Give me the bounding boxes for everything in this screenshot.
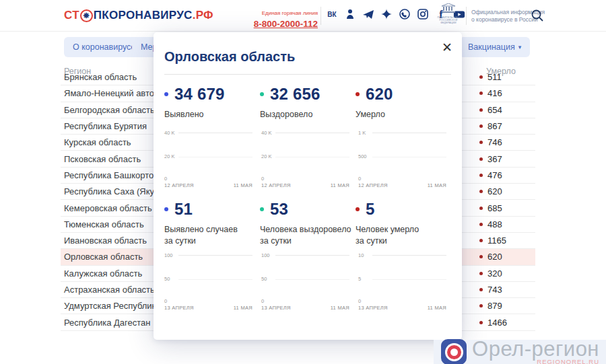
x-axis-start-label: 13 АПРЕЛЯ [261, 305, 291, 311]
chart-recovered-daily: 100 50 0 13 АПРЕЛЯ 11 МАЯ [261, 251, 354, 311]
died-dot-icon [479, 321, 483, 324]
instagram-icon[interactable] [417, 8, 429, 20]
tab-vaccination[interactable]: Вакцинация ▾ [459, 37, 530, 57]
died-dot-icon [479, 174, 483, 177]
died-value: 488 [487, 219, 502, 229]
stat-value: 51 [174, 200, 193, 219]
died-dot-icon [479, 92, 483, 95]
died-value: 476 [487, 170, 502, 180]
stat-dot-icon [356, 207, 360, 211]
dzen-icon[interactable] [380, 8, 393, 20]
died-value: 1165 [487, 235, 506, 246]
gridline [372, 279, 446, 280]
died-cell: 367 [479, 154, 502, 164]
region-detail-modal: ✕ Орловская область 34 679 Выявлено 32 6… [154, 32, 462, 340]
region-name: Республика Бурятия [61, 121, 147, 131]
government-emblem[interactable]: ПРАВИТЕЛЬСТВО РОССИЙСКОЙ ФЕДЕРАЦИИ [436, 3, 461, 24]
site-logo[interactable]: СТ ❋ ПКОРОНАВИРУС .РФ [64, 9, 213, 22]
died-value: 743 [487, 285, 502, 295]
region-name: Удмуртская Республика [61, 301, 161, 311]
stat-label: Выздоровело [260, 109, 356, 120]
bars-container [178, 133, 252, 180]
died-cell: 620 [479, 252, 502, 262]
chart-died-daily: 10 5 0 13 АПРЕЛЯ 11 МАЯ [358, 251, 451, 311]
died-cell: 743 [479, 285, 502, 295]
stat-dot-icon [356, 92, 360, 96]
died-cell: 1165 [479, 235, 506, 246]
stat-value: 32 656 [270, 85, 321, 104]
telegram-icon[interactable] [362, 8, 374, 20]
y-axis-tick: 0 [164, 176, 167, 182]
page: СТ ❋ ПКОРОНАВИРУС .РФ Единая горячая лин… [0, 0, 606, 364]
stats-total-row: 34 679 Выявлено 32 656 Выздоровело 620 У… [164, 85, 451, 120]
stat-block: 51 Выявлено случаевза сутки [164, 200, 260, 247]
search-icon[interactable] [531, 9, 544, 22]
x-axis-start-label: 12 АПРЕЛЯ [164, 182, 194, 188]
y-axis-tick: 20 K [261, 153, 271, 159]
watermark-logo-icon [441, 339, 467, 364]
stat-label: Выявлено случаевза сутки [164, 224, 260, 247]
region-name: Ивановская область [61, 235, 147, 246]
died-value: 367 [487, 154, 502, 164]
y-axis-tick: 100 [164, 252, 173, 258]
region-name: Орловская область [61, 252, 143, 262]
died-value: 685 [487, 203, 502, 213]
chart-plot-area: 40 K 20 K 0 [261, 133, 354, 180]
died-cell: 620 [479, 186, 502, 196]
stat-label: Выявлено [164, 109, 260, 120]
died-dot-icon [479, 288, 483, 291]
header-divider-1 [321, 7, 321, 25]
watermark-title: Орел-регион [472, 338, 599, 360]
gridline [178, 279, 252, 280]
y-axis-tick: 0 [261, 298, 264, 304]
y-axis-tick: 5 [358, 276, 361, 282]
bars-container [275, 255, 349, 302]
died-cell: 879 [479, 301, 502, 311]
region-name: Белгородская область [61, 105, 155, 115]
header-divider-2 [466, 7, 467, 25]
x-axis-end-label: 11 МАЯ [331, 305, 349, 311]
modal-title: Орловская область [164, 49, 451, 65]
x-axis-labels: 13 АПРЕЛЯ 11 МАЯ [358, 305, 446, 311]
vk-icon[interactable]: ВК [326, 8, 338, 20]
died-cell: 416 [479, 88, 502, 98]
died-value: 511 [487, 73, 502, 82]
y-axis-tick: 50 [261, 276, 267, 282]
died-dot-icon [479, 157, 483, 161]
x-axis-labels: 12 АПРЕЛЯ 11 МАЯ [358, 182, 446, 188]
died-value: 620 [487, 252, 502, 262]
died-value: 867 [487, 121, 502, 131]
region-name: Республика Дагестан [61, 318, 150, 328]
virus-icon: ❋ [80, 9, 93, 22]
stat-block: 620 Умерло [356, 85, 451, 120]
x-axis-labels: 13 АПРЕЛЯ 11 МАЯ [164, 305, 252, 311]
died-dot-icon [479, 75, 483, 79]
chart-confirmed-total: 40 K 20 K 0 12 АПРЕЛЯ 11 МАЯ [164, 129, 257, 188]
svg-text:ВК: ВК [327, 11, 337, 18]
region-name: Тюменская область [61, 219, 144, 229]
died-dot-icon [479, 239, 483, 242]
stat-dot-icon [164, 92, 168, 96]
chart-plot-area: 100 50 0 [164, 255, 257, 302]
died-dot-icon [479, 108, 483, 112]
x-axis-end-label: 11 МАЯ [331, 182, 349, 188]
y-axis-tick: 500 [358, 153, 367, 159]
hotline-number-link[interactable]: 8-800-2000-112 [250, 19, 318, 29]
bars-container [275, 133, 349, 180]
viber-icon[interactable] [399, 8, 411, 20]
odnoklassniki-icon[interactable] [344, 8, 356, 20]
stat-block: 53 Человека выздоровелоза сутки [260, 200, 356, 247]
died-value: 620 [487, 186, 502, 196]
bars-container [178, 255, 252, 302]
stat-block: 34 679 Выявлено [164, 85, 260, 120]
died-value: 416 [487, 88, 502, 98]
chart-plot-area: 1 K 500 0 [358, 133, 451, 180]
stat-block: 5 Человек умерлоза сутки [356, 200, 451, 247]
died-dot-icon [479, 255, 483, 258]
logo-text-3: .РФ [193, 9, 213, 22]
died-cell: 746 [479, 137, 502, 147]
died-cell: 867 [479, 121, 502, 131]
close-icon[interactable]: ✕ [442, 41, 452, 54]
died-value: 746 [487, 137, 502, 147]
region-name: Курская область [61, 137, 131, 147]
